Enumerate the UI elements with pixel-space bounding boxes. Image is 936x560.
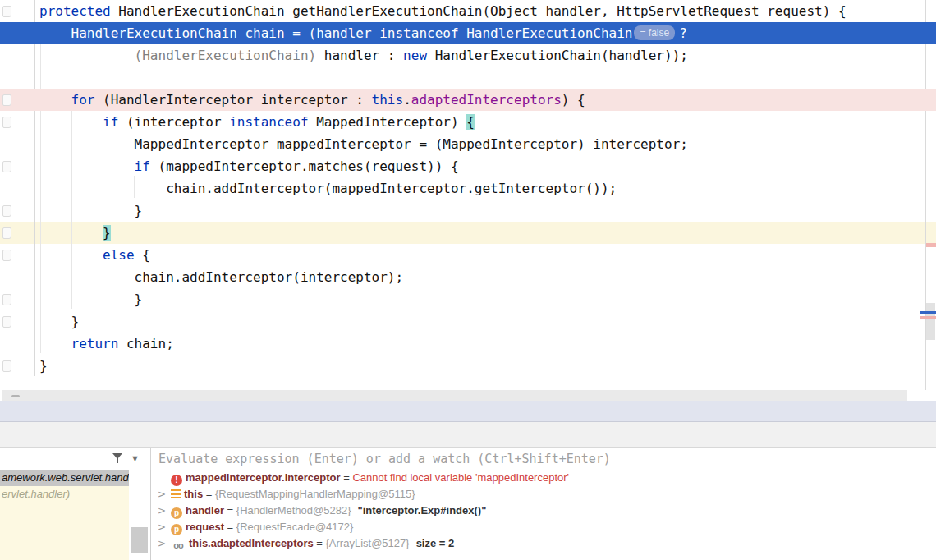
variable-name: this	[184, 488, 203, 500]
code-line[interactable]: if (mappedInterceptor.matches(request)) …	[0, 155, 936, 177]
value-icon	[171, 489, 181, 498]
code-text: (HandlerExecutionChain) handler : new Ha…	[0, 44, 936, 67]
frame-item[interactable]: ervlet.handler)	[0, 486, 129, 503]
code-lines: protected HandlerExecutionChain getHandl…	[0, 0, 936, 377]
error-stripe-breakpoint-mark[interactable]	[920, 316, 936, 319]
equals-sign: =	[203, 488, 215, 500]
code-text: if (mappedInterceptor.matches(request)) …	[0, 155, 936, 177]
code-text: chain.addInterceptor(mappedInterceptor.g…	[0, 177, 936, 200]
code-text: }	[0, 288, 936, 310]
frames-panel[interactable]: amework.web.servlet.handler)ervlet.handl…	[0, 470, 129, 560]
code-line[interactable]: if (interceptor instanceof MappedInterce…	[0, 111, 936, 133]
equals-sign: =	[224, 521, 236, 533]
error-icon: !	[171, 475, 182, 486]
chevron-right-icon[interactable]: >	[158, 486, 171, 503]
watch-icon: oo	[171, 539, 186, 551]
chevron-right-icon[interactable]: >	[158, 535, 171, 552]
frames-scrollbar	[129, 470, 150, 560]
variable-value: Cannot find local variable 'mappedInterc…	[352, 471, 569, 484]
code-text: MappedInterceptor mappedInterceptor = (M…	[0, 133, 936, 155]
code-line[interactable]: }	[0, 355, 936, 377]
variable-value: {RequestMappingHandlerMapping@5115}	[215, 488, 415, 500]
code-line[interactable]: else {	[0, 244, 936, 266]
code-line[interactable]: (HandlerExecutionChain) handler : new Ha…	[0, 44, 936, 67]
code-text: protected HandlerExecutionChain getHandl…	[0, 0, 936, 22]
code-line[interactable]	[0, 67, 936, 89]
debug-tabs-strip	[0, 422, 936, 448]
code-line[interactable]: }	[0, 222, 936, 244]
chevron-right-icon[interactable]: >	[158, 503, 171, 519]
code-line[interactable]: }	[0, 288, 936, 310]
equals-sign: =	[314, 537, 326, 549]
code-line[interactable]: }	[0, 200, 936, 222]
code-line[interactable]: chain.addInterceptor(mappedInterceptor.g…	[0, 177, 936, 200]
variable-row[interactable]: >phandler = {HandlerMethod@5282}"interce…	[151, 503, 936, 519]
variable-value: {ArrayList@5127}	[326, 537, 410, 549]
debug-toolwindow-header	[0, 401, 936, 422]
code-text: return chain;	[0, 333, 936, 355]
splitter-handle[interactable]	[11, 395, 20, 397]
code-line[interactable]: return chain;	[0, 333, 936, 355]
variable-name: mappedInterceptor.interceptor	[186, 471, 341, 484]
code-text: if (interceptor instanceof MappedInterce…	[0, 111, 936, 133]
variable-name: request	[186, 521, 224, 533]
debugger-content: amework.web.servlet.handler)ervlet.handl…	[0, 470, 936, 560]
frames-scrollbar-thumb[interactable]	[131, 527, 148, 553]
equals-sign: =	[341, 471, 353, 484]
code-line[interactable]: protected HandlerExecutionChain getHandl…	[0, 0, 936, 22]
variable-row[interactable]: >this = {RequestMappingHandlerMapping@51…	[151, 486, 936, 503]
error-stripe-execution-mark[interactable]	[920, 311, 936, 314]
variable-extra-value: "interceptor.Exp#index()"	[357, 504, 486, 516]
code-text: }	[0, 200, 936, 222]
code-line[interactable]: chain.addInterceptor(interceptor);	[0, 266, 936, 288]
code-text: for (HandlerInterceptor interceptor : th…	[0, 89, 936, 111]
editor-scrollbar-thumb[interactable]	[926, 303, 935, 340]
variable-row[interactable]: >oothis.adaptedInterceptors = {ArrayList…	[151, 535, 936, 552]
code-text: }	[0, 310, 936, 333]
variable-row[interactable]: >prequest = {RequestFacade@4172}	[151, 519, 936, 535]
equals-sign: =	[224, 504, 236, 516]
frame-item[interactable]: amework.web.servlet.handler)	[0, 470, 129, 486]
code-text: else {	[0, 244, 936, 266]
code-line[interactable]: }	[0, 310, 936, 333]
parameter-icon: p	[171, 524, 182, 535]
variable-extra-value: size = 2	[416, 537, 455, 549]
code-text: }	[0, 355, 936, 377]
variable-row[interactable]: !mappedInterceptor.interceptor = Cannot …	[151, 470, 936, 486]
variables-panel[interactable]: !mappedInterceptor.interceptor = Cannot …	[151, 470, 936, 560]
chevron-right-icon[interactable]: >	[158, 519, 171, 535]
variable-name: handler	[186, 504, 224, 516]
filter-icon-stem	[117, 458, 118, 463]
inline-debugger-hint: = false	[634, 25, 675, 40]
evaluate-placeholder: Evaluate expression (Enter) or add a wat…	[158, 452, 611, 466]
panel-splitter[interactable]	[2, 390, 907, 401]
toolbar-separator	[150, 448, 151, 470]
code-line[interactable]: MappedInterceptor mappedInterceptor = (M…	[0, 133, 936, 155]
error-stripe-breakpoint-mark[interactable]	[926, 243, 936, 247]
variable-value: {RequestFacade@4172}	[236, 521, 354, 533]
ide-debug-window: protected HandlerExecutionChain getHandl…	[0, 0, 936, 560]
code-line[interactable]: HandlerExecutionChain chain = (handler i…	[0, 22, 936, 44]
code-editor[interactable]: protected HandlerExecutionChain getHandl…	[0, 0, 936, 390]
variable-value: {HandlerMethod@5282}	[236, 504, 351, 516]
debugger-toolbar: ▼ Evaluate expression (Enter) or add a w…	[0, 448, 936, 470]
parameter-icon: p	[171, 507, 182, 519]
evaluate-expression-input[interactable]: Evaluate expression (Enter) or add a wat…	[158, 448, 936, 470]
chevron-down-icon[interactable]: ▼	[131, 448, 140, 470]
code-text: chain.addInterceptor(interceptor);	[0, 266, 936, 288]
code-text: HandlerExecutionChain chain = (handler i…	[0, 22, 936, 44]
variable-name: this.adaptedInterceptors	[189, 537, 314, 549]
code-text: }	[0, 222, 936, 244]
code-line[interactable]: for (HandlerInterceptor interceptor : th…	[0, 89, 936, 111]
